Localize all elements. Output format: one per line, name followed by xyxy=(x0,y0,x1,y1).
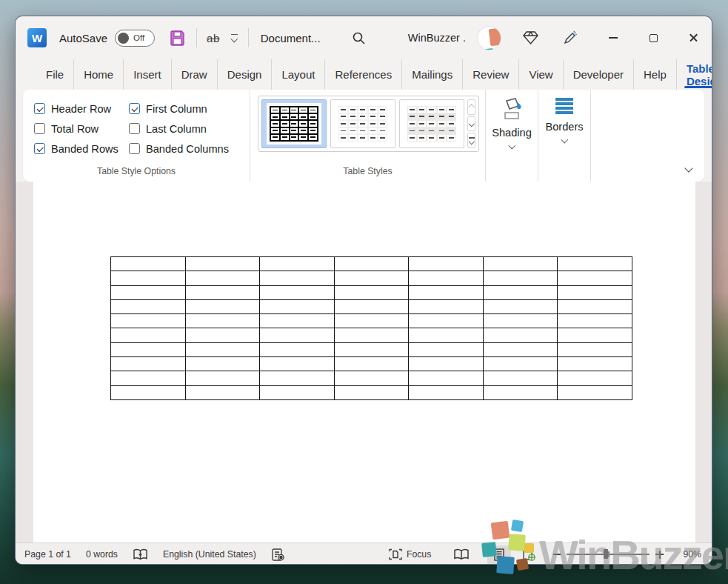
tab-view[interactable]: View xyxy=(519,59,563,90)
table-cell[interactable] xyxy=(558,271,632,285)
table-cell[interactable] xyxy=(185,385,260,399)
tab-help[interactable]: Help xyxy=(634,59,677,90)
checkbox-checked-icon[interactable] xyxy=(34,143,45,154)
table-cell[interactable] xyxy=(558,357,632,371)
table-cell[interactable] xyxy=(334,385,409,399)
checkbox-checked-icon[interactable] xyxy=(129,103,140,114)
table-cell[interactable] xyxy=(260,385,335,399)
table-cell[interactable] xyxy=(483,328,558,342)
save-icon[interactable] xyxy=(169,30,186,47)
table-cell[interactable] xyxy=(334,342,409,356)
table-cell[interactable] xyxy=(483,385,558,399)
tab-layout[interactable]: Layout xyxy=(272,59,325,90)
table-cell[interactable] xyxy=(334,357,409,371)
gallery-more-button[interactable] xyxy=(467,133,475,148)
print-layout-button[interactable] xyxy=(487,545,511,564)
table-cell[interactable] xyxy=(409,285,484,299)
document-page[interactable] xyxy=(33,182,695,542)
gallery-scroll-up-button[interactable] xyxy=(467,99,475,115)
word-app-icon[interactable]: W xyxy=(27,28,47,47)
table-cell[interactable] xyxy=(483,257,558,271)
table-cell[interactable] xyxy=(483,271,558,285)
proofing-check-icon[interactable] xyxy=(133,548,148,561)
table-cell[interactable] xyxy=(185,371,260,385)
customize-qat-dropdown-icon[interactable] xyxy=(231,34,238,42)
table-cell[interactable] xyxy=(111,257,186,271)
table-cell[interactable] xyxy=(111,271,186,285)
table-style-thumbnail-plain[interactable] xyxy=(330,99,395,148)
table-cell[interactable] xyxy=(483,285,558,299)
premium-gem-icon[interactable] xyxy=(523,30,538,45)
table-cell[interactable] xyxy=(409,257,484,271)
page-indicator[interactable]: Page 1 of 1 xyxy=(24,549,71,560)
table-cell[interactable] xyxy=(111,299,186,313)
table-cell[interactable] xyxy=(185,257,260,271)
table-cell[interactable] xyxy=(558,299,632,313)
table-cell[interactable] xyxy=(111,314,186,328)
gallery-scroll-down-button[interactable] xyxy=(467,116,475,132)
option-banded-columns[interactable]: Banded Columns xyxy=(129,139,247,159)
table-cell[interactable] xyxy=(185,314,260,328)
table-cell[interactable] xyxy=(111,285,186,299)
tab-mailings[interactable]: Mailings xyxy=(402,59,463,90)
table-cell[interactable] xyxy=(558,371,632,385)
table-cell[interactable] xyxy=(185,285,260,299)
language-indicator[interactable]: English (United States) xyxy=(163,549,256,560)
tab-home[interactable]: Home xyxy=(74,59,124,90)
table-cell[interactable] xyxy=(558,257,632,271)
table-cell[interactable] xyxy=(260,271,335,285)
shading-button[interactable]: Shading xyxy=(486,90,538,182)
table-cell[interactable] xyxy=(483,342,558,356)
tab-developer[interactable]: Developer xyxy=(564,59,634,90)
table-cell[interactable] xyxy=(185,357,260,371)
table-cell[interactable] xyxy=(260,285,335,299)
search-icon[interactable] xyxy=(352,31,366,45)
table-cell[interactable] xyxy=(558,342,632,356)
table-cell[interactable] xyxy=(111,328,186,342)
web-layout-button[interactable] xyxy=(523,548,535,561)
checkbox-unchecked-icon[interactable] xyxy=(34,123,45,134)
table-cell[interactable] xyxy=(111,371,186,385)
zoom-level[interactable]: 90% xyxy=(683,549,701,560)
table-cell[interactable] xyxy=(334,371,409,385)
borders-button[interactable]: Borders xyxy=(538,90,591,182)
checkbox-unchecked-icon[interactable] xyxy=(129,123,140,134)
zoom-slider[interactable] xyxy=(553,551,664,559)
option-banded-rows[interactable]: Banded Rows xyxy=(34,139,129,159)
zoom-out-icon[interactable] xyxy=(553,554,561,555)
macro-recording-icon[interactable] xyxy=(271,548,285,561)
document-title[interactable]: Document... xyxy=(261,32,321,44)
table-cell[interactable] xyxy=(558,285,632,299)
zoom-in-icon[interactable] xyxy=(655,551,664,559)
table-cell[interactable] xyxy=(483,371,558,385)
option-total-row[interactable]: Total Row xyxy=(34,119,129,139)
table-cell[interactable] xyxy=(409,328,484,342)
focus-button[interactable]: Focus xyxy=(389,548,432,560)
option-header-row[interactable]: Header Row xyxy=(34,99,129,119)
table-cell[interactable] xyxy=(334,328,409,342)
table-cell[interactable] xyxy=(409,371,484,385)
table-cell[interactable] xyxy=(558,314,632,328)
option-first-column[interactable]: First Column xyxy=(129,99,247,119)
account-avatar[interactable] xyxy=(477,26,501,50)
table-cell[interactable] xyxy=(334,257,409,271)
tab-design[interactable]: Design xyxy=(218,59,273,90)
read-mode-button[interactable] xyxy=(453,548,470,560)
table-cell[interactable] xyxy=(111,385,186,399)
table-cell[interactable] xyxy=(483,357,558,371)
table-cell[interactable] xyxy=(260,257,335,271)
table-cell[interactable] xyxy=(558,328,632,342)
table-cell[interactable] xyxy=(409,299,484,313)
table-style-thumbnail-banded[interactable] xyxy=(399,99,464,148)
table-cell[interactable] xyxy=(260,299,335,313)
tab-file[interactable]: File xyxy=(36,59,74,90)
table-style-thumbnail-grid[interactable] xyxy=(261,99,327,148)
tab-references[interactable]: References xyxy=(325,59,402,90)
table-cell[interactable] xyxy=(185,299,260,313)
checkbox-checked-icon[interactable] xyxy=(34,103,45,114)
table-cell[interactable] xyxy=(483,314,558,328)
maximize-button[interactable] xyxy=(648,33,658,43)
table-cell[interactable] xyxy=(260,328,335,342)
collapse-ribbon-button[interactable] xyxy=(686,161,692,174)
table-cell[interactable] xyxy=(260,357,335,371)
